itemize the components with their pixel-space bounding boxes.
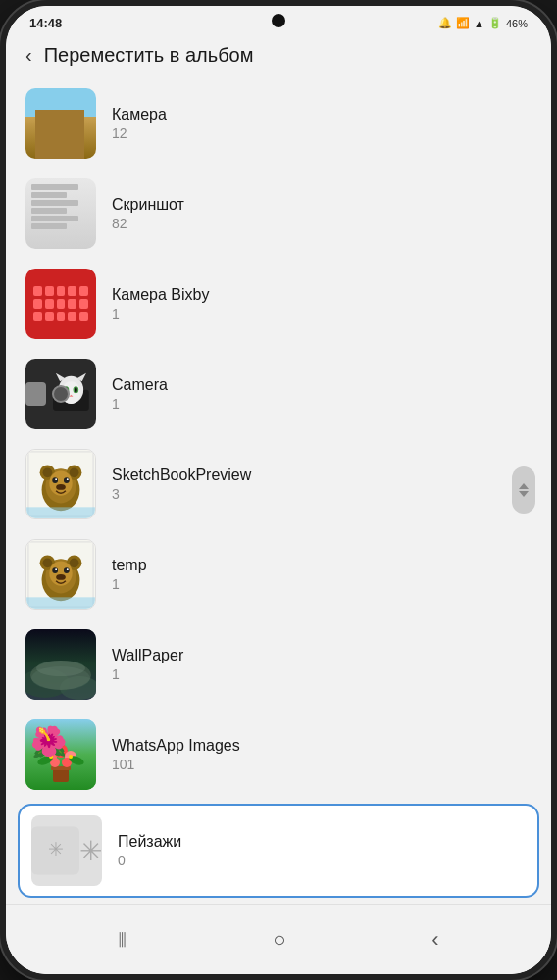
svg-point-17 — [43, 467, 53, 477]
back-button[interactable]: ‹ — [25, 44, 32, 67]
album-count-camera-app: 1 — [112, 396, 532, 412]
signal-icon: ▲ — [474, 18, 484, 29]
svg-rect-40 — [26, 597, 95, 609]
home-icon: ○ — [273, 927, 285, 953]
svg-point-37 — [55, 568, 57, 570]
svg-point-18 — [70, 467, 79, 477]
page-title: Переместить в альбом — [44, 44, 254, 67]
svg-point-6 — [64, 386, 70, 393]
svg-text:✳: ✳ — [48, 839, 64, 859]
album-count-temp: 1 — [112, 576, 532, 592]
notification-icon: 🔔 — [438, 17, 452, 29]
status-time: 14:48 — [29, 16, 62, 30]
svg-point-33 — [70, 558, 79, 567]
album-item-camera-app[interactable]: Camera 1 — [6, 349, 551, 439]
camera-notch — [272, 14, 285, 27]
album-info-camera-app: Camera 1 — [112, 376, 532, 412]
album-thumb-camera-app — [25, 359, 96, 429]
battery-icon: 🔋 — [488, 17, 502, 29]
svg-point-36 — [64, 567, 70, 573]
album-name-screenshot: Скриншот — [112, 196, 532, 214]
album-item-temp[interactable]: temp 1 — [6, 529, 551, 619]
recent-apps-button[interactable]: ⦀ — [94, 919, 150, 960]
album-name-camera-app: Camera — [112, 376, 532, 394]
svg-rect-25 — [26, 507, 95, 518]
phone-frame: 14:48 🔔 📶 ▲ 🔋 46% ‹ Переместить в альбом — [0, 0, 557, 980]
scroll-indicator[interactable] — [512, 466, 535, 514]
album-name-wallpaper: WallPaper — [112, 647, 532, 664]
svg-point-21 — [64, 477, 70, 483]
bottom-navigation: ⦀ ○ ‹ — [6, 904, 551, 974]
svg-point-50 — [54, 744, 68, 758]
svg-point-20 — [52, 477, 58, 483]
svg-point-22 — [55, 478, 57, 480]
album-item-sketchbook[interactable]: SketchBookPreview 3 — [6, 439, 551, 529]
svg-point-34 — [49, 561, 72, 585]
album-thumb-whatsapp — [25, 719, 96, 790]
album-thumb-sketchbook — [25, 449, 96, 519]
album-thumb-wallpaper — [25, 629, 96, 700]
svg-point-35 — [52, 567, 58, 573]
svg-point-9 — [75, 387, 77, 393]
home-button[interactable]: ○ — [249, 919, 309, 960]
album-info-wallpaper: WallPaper 1 — [112, 647, 532, 682]
svg-point-23 — [67, 478, 69, 480]
svg-point-45 — [36, 661, 85, 676]
album-item-screenshot[interactable]: Скриншот 82 — [6, 169, 551, 259]
album-item-wallpaper[interactable]: WallPaper 1 — [6, 619, 551, 710]
album-item-bixby[interactable]: Камера Bixby 1 — [6, 259, 551, 349]
album-list[interactable]: Камера 12 Скриншот 82 — [6, 78, 551, 974]
svg-point-39 — [56, 574, 66, 580]
album-count-landscapes: 0 — [118, 853, 526, 868]
album-info-landscapes: Пейзажи 0 — [118, 833, 526, 868]
album-name-sketchbook: SketchBookPreview — [112, 466, 532, 484]
album-item-camera[interactable]: Камера 12 — [6, 78, 551, 169]
album-name-landscapes: Пейзажи — [118, 833, 526, 851]
svg-point-38 — [67, 568, 69, 570]
album-thumb-bixby — [25, 269, 96, 339]
svg-point-44 — [31, 666, 90, 690]
svg-point-19 — [49, 470, 72, 495]
album-name-bixby: Камера Bixby — [112, 286, 532, 304]
svg-point-24 — [56, 484, 66, 490]
svg-point-57 — [59, 749, 64, 754]
back-nav-icon: ‹ — [431, 927, 438, 953]
wifi-icon: 📶 — [456, 17, 470, 29]
album-info-screenshot: Скриншот 82 — [112, 196, 532, 231]
svg-point-32 — [43, 558, 53, 567]
album-thumb-temp — [25, 539, 96, 610]
scroll-down-icon — [519, 491, 529, 497]
album-info-bixby: Камера Bixby 1 — [112, 286, 532, 321]
album-thumb-screenshot — [25, 178, 96, 249]
album-count-screenshot: 82 — [112, 216, 532, 231]
header: ‹ Переместить в альбом — [6, 36, 551, 78]
album-count-sketchbook: 3 — [112, 486, 532, 502]
svg-point-3 — [62, 381, 81, 404]
album-name-whatsapp: WhatsApp Images — [112, 737, 532, 755]
status-icons: 🔔 📶 ▲ 🔋 46% — [438, 17, 528, 29]
svg-point-56 — [49, 755, 53, 759]
album-item-landscapes[interactable]: ✳ Пейзажи 0 — [18, 804, 539, 898]
battery-percent: 46% — [506, 18, 528, 29]
svg-rect-47 — [53, 768, 69, 782]
recent-apps-icon: ⦀ — [118, 927, 127, 953]
svg-point-58 — [69, 755, 73, 759]
album-info-whatsapp: WhatsApp Images 101 — [112, 737, 532, 772]
scroll-up-icon — [519, 483, 529, 489]
back-nav-button[interactable]: ‹ — [408, 919, 462, 960]
album-count-bixby: 1 — [112, 306, 532, 321]
album-info-camera: Камера 12 — [112, 106, 532, 141]
album-info-temp: temp 1 — [112, 557, 532, 592]
album-name-temp: temp — [112, 557, 532, 574]
album-count-wallpaper: 1 — [112, 666, 532, 682]
album-count-camera: 12 — [112, 125, 532, 141]
album-info-sketchbook: SketchBookPreview 3 — [112, 466, 532, 502]
album-thumb-camera — [25, 88, 96, 159]
album-item-whatsapp[interactable]: WhatsApp Images 101 — [6, 710, 551, 800]
album-name-camera: Камера — [112, 106, 532, 123]
album-count-whatsapp: 101 — [112, 757, 532, 772]
album-thumb-landscapes: ✳ — [31, 815, 102, 886]
svg-point-8 — [65, 387, 68, 393]
